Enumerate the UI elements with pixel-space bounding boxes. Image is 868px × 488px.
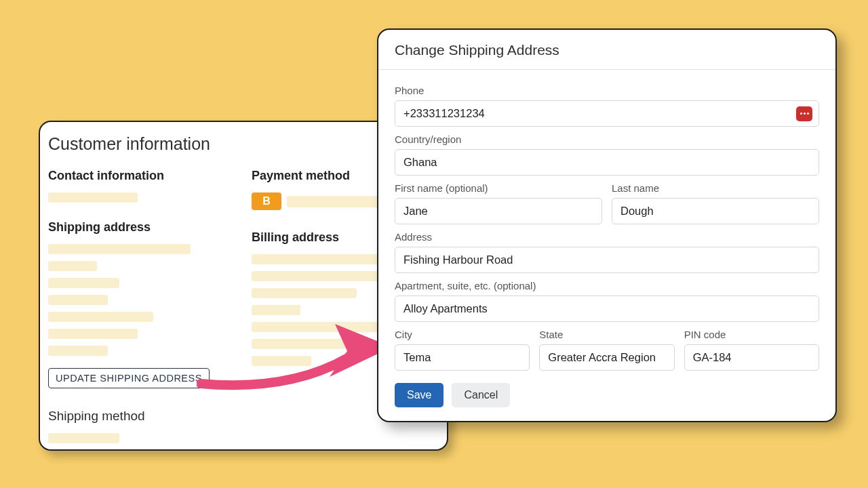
cancel-button[interactable]: Cancel <box>452 383 510 407</box>
placeholder-line <box>48 261 97 271</box>
placeholder-line <box>252 356 311 366</box>
placeholder-line <box>48 329 138 339</box>
first-name-input[interactable] <box>395 198 602 224</box>
pin-input[interactable] <box>684 344 819 371</box>
placeholder-line <box>48 278 119 288</box>
country-input[interactable] <box>395 149 819 176</box>
placeholder-line <box>252 305 300 315</box>
city-input[interactable] <box>395 344 530 371</box>
placeholder-line <box>48 312 153 322</box>
placeholder-line <box>252 322 394 332</box>
payment-card-badge: B <box>252 192 281 210</box>
shipping-address-heading: Shipping address <box>48 220 235 235</box>
country-label: Country/region <box>395 134 819 145</box>
placeholder-line <box>252 254 394 264</box>
placeholder-line <box>252 339 357 349</box>
apartment-label: Apartment, suite, etc. (optional) <box>395 280 819 291</box>
apartment-input[interactable] <box>395 296 819 322</box>
first-name-label: First name (optional) <box>395 182 602 194</box>
last-name-input[interactable] <box>612 198 819 224</box>
shipping-method-heading: Shipping method <box>48 409 235 424</box>
placeholder-line <box>48 295 108 305</box>
placeholder-line <box>252 288 357 298</box>
placeholder-line <box>252 271 379 281</box>
modal-header: Change Shipping Address <box>378 30 835 70</box>
phone-more-icon[interactable] <box>796 106 812 121</box>
contact-info-heading: Contact information <box>48 169 235 183</box>
address-input[interactable] <box>395 247 819 273</box>
last-name-label: Last name <box>612 182 819 194</box>
state-input[interactable] <box>539 344 674 371</box>
placeholder-line <box>48 192 138 203</box>
placeholder-line <box>48 244 191 254</box>
state-label: State <box>539 329 674 340</box>
placeholder-line <box>48 346 108 356</box>
save-button[interactable]: Save <box>395 383 443 407</box>
modal-title: Change Shipping Address <box>395 42 819 58</box>
placeholder-line <box>48 433 119 443</box>
phone-label: Phone <box>395 85 819 96</box>
change-shipping-address-modal: Change Shipping Address Phone Country/re… <box>377 28 837 422</box>
phone-input[interactable] <box>395 100 819 127</box>
address-label: Address <box>395 231 819 243</box>
update-shipping-address-button[interactable]: UPDATE SHIPPING ADDRESS <box>48 368 210 388</box>
pin-label: PIN code <box>684 329 819 340</box>
customer-left-column: Contact information Shipping address UPD… <box>48 166 235 450</box>
city-label: City <box>395 329 530 340</box>
